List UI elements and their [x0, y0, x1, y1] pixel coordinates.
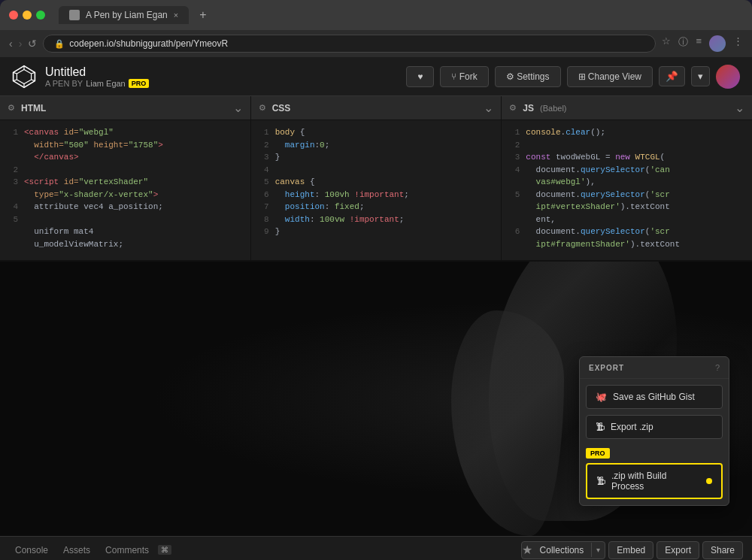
html-editor-header: ⚙ HTML ⌄ [0, 96, 250, 120]
user-profile-avatar[interactable] [716, 65, 740, 89]
codepen-app: Untitled A PEN BY Liam Egan PRO ♥ ⑂ Fork… [0, 57, 752, 560]
code-line: </canvas> [6, 151, 244, 164]
info-icon[interactable]: ⓘ [678, 35, 688, 52]
address-bar[interactable]: 🔒 codepen.io/shubniggurath/pen/YmeovR [43, 35, 656, 53]
css-header-left: ⚙ CSS [259, 103, 291, 114]
html-gear-icon[interactable]: ⚙ [8, 103, 15, 113]
html-code-area[interactable]: 1 <canvas id="webgl" width="500" height=… [0, 120, 250, 260]
pro-section-label: PRO [586, 448, 610, 459]
export-popup-header: EXPORT ? [580, 357, 729, 379]
pin-icon: 📌 [666, 71, 678, 82]
tab-title: A Pen by Liam Egan [86, 10, 168, 20]
url-text: codepen.io/shubniggurath/pen/YmeovR [69, 38, 228, 49]
comments-button[interactable]: Comments [99, 542, 155, 558]
html-header-left: ⚙ HTML [8, 103, 46, 114]
bottom-right-area: ★ Collections ▾ Embed Export Share [521, 541, 743, 559]
code-line: ent, [508, 213, 746, 226]
js-expand-icon[interactable]: ⌄ [735, 101, 744, 115]
header-actions: ♥ ⑂ Fork ⚙ Settings ⊞ Change View 📌 ▾ [406, 65, 740, 89]
code-line: uniform mat4 [6, 226, 244, 238]
code-line: 3 const twodWebGL = new WTCGL( [508, 151, 746, 164]
code-line: 4 document.querySelector('can [508, 164, 746, 177]
code-line: 6 height: 100vh !important; [257, 189, 496, 201]
traffic-lights [9, 11, 45, 20]
collections-arrow-icon[interactable]: ▾ [591, 543, 605, 557]
collections-dropdown: ★ Collections ▾ [521, 541, 606, 559]
star-icon: ★ [522, 543, 532, 557]
editors-area: ⚙ HTML ⌄ 1 <canvas id="webgl" width="500… [0, 96, 752, 262]
title-area: Untitled A PEN BY Liam Egan PRO [45, 65, 149, 88]
subtitle-text: A PEN BY [45, 79, 83, 88]
code-line: 6 document.querySelector('scr [508, 226, 746, 238]
collections-button[interactable]: Collections [532, 542, 592, 558]
code-line: 1 <canvas id="webgl" [6, 126, 244, 139]
minimize-button[interactable] [23, 11, 32, 20]
js-editor-panel: ⚙ JS (Babel) ⌄ 1 console.clear(); 2 3 co… [502, 96, 752, 260]
css-gear-icon[interactable]: ⚙ [259, 103, 266, 113]
author-name[interactable]: Liam Egan [86, 79, 126, 88]
code-line: 3 <script id="vertexShader" [6, 176, 244, 189]
code-line: 8 width: 100vw !important; [257, 213, 496, 226]
css-code-area[interactable]: 1 body { 2 margin:0; 3 } 4 5 canvas [251, 120, 502, 260]
code-line: 3 } [257, 151, 496, 164]
css-expand-icon[interactable]: ⌄ [484, 101, 493, 115]
code-line: 5 document.querySelector('scr [508, 189, 746, 201]
browser-tab[interactable]: A Pen by Liam Egan × [59, 6, 189, 24]
export-button[interactable]: Export [656, 541, 699, 559]
html-editor-type: HTML [21, 103, 46, 114]
logo-title-area: Untitled A PEN BY Liam Egan PRO [12, 65, 149, 89]
github-gist-label: Save as GitHub Gist [613, 392, 695, 402]
user-avatar[interactable] [709, 35, 726, 52]
bookmark-icon[interactable]: ☆ [662, 35, 671, 52]
zip-icon: 🗜 [596, 422, 605, 432]
js-code-area[interactable]: 1 console.clear(); 2 3 const twodWebGL =… [502, 120, 752, 260]
code-line: 1 body { [257, 126, 496, 139]
code-line: 2 [6, 164, 244, 177]
pen-title[interactable]: Untitled [45, 65, 149, 79]
refresh-button[interactable]: ↺ [28, 38, 37, 50]
assets-button[interactable]: Assets [57, 542, 96, 558]
preview-shape-2 [451, 310, 564, 536]
export-zip-button[interactable]: 🗜 Export .zip [586, 415, 723, 439]
dropdown-button[interactable]: ▾ [691, 66, 710, 86]
cmd-icon: ⌘ [158, 545, 171, 555]
layers-icon[interactable]: ≡ [696, 35, 702, 52]
pen-subtitle: A PEN BY Liam Egan PRO [45, 79, 149, 88]
fork-button[interactable]: ⑂ Fork [440, 66, 488, 87]
code-line: type="x-shader/x-vertex"> [6, 189, 244, 201]
toolbar-icons: ☆ ⓘ ≡ ⋮ [662, 35, 743, 52]
new-tab-button[interactable]: + [199, 8, 206, 22]
settings-button[interactable]: ⚙ Settings [495, 66, 561, 87]
code-line: 1 console.clear(); [508, 126, 746, 139]
forward-button[interactable]: › [19, 38, 23, 50]
close-button[interactable] [9, 11, 18, 20]
notify-button[interactable]: 📌 [659, 66, 685, 86]
zip-build-button[interactable]: 🗜 .zip with Build Process [586, 463, 723, 499]
code-line: 5 canvas { [257, 176, 496, 189]
css-editor-type: CSS [272, 103, 291, 114]
back-button[interactable]: ‹ [9, 38, 13, 50]
html-expand-icon[interactable]: ⌄ [233, 101, 243, 115]
tab-close-button[interactable]: × [174, 11, 178, 20]
html-editor-panel: ⚙ HTML ⌄ 1 <canvas id="webgl" width="500… [0, 96, 251, 260]
share-button[interactable]: Share [702, 541, 743, 559]
change-view-button[interactable]: ⊞ Change View [567, 66, 653, 87]
js-header-left: ⚙ JS (Babel) [509, 103, 566, 114]
bottom-left-area: Console Assets Comments ⌘ [9, 542, 171, 558]
github-gist-button[interactable]: 🐙 Save as GitHub Gist [586, 385, 723, 409]
export-zip-item: 🗜 Export .zip [586, 415, 723, 439]
github-icon: 🐙 [596, 392, 607, 402]
browser-chrome: A Pen by Liam Egan × + ‹ › ↺ 🔒 codepen.i… [0, 0, 752, 57]
browser-toolbar: ‹ › ↺ 🔒 codepen.io/shubniggurath/pen/Yme… [0, 30, 752, 57]
maximize-button[interactable] [36, 11, 45, 20]
zip-build-label: .zip with Build Process [611, 471, 700, 492]
codepen-logo [12, 65, 36, 89]
js-gear-icon[interactable]: ⚙ [509, 103, 517, 113]
heart-button[interactable]: ♥ [406, 66, 434, 87]
bottom-bar: Console Assets Comments ⌘ ★ Collections … [0, 536, 752, 560]
embed-button[interactable]: Embed [608, 541, 653, 559]
js-editor-sub: (Babel) [540, 104, 566, 113]
console-button[interactable]: Console [9, 542, 54, 558]
export-help-icon[interactable]: ? [715, 363, 720, 372]
menu-icon[interactable]: ⋮ [733, 35, 743, 52]
